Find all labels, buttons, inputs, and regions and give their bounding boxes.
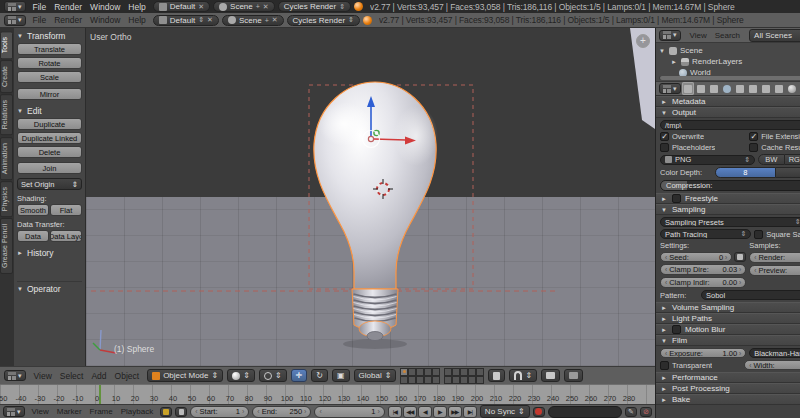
menu-window[interactable]: Window (86, 15, 124, 25)
menu-file[interactable]: File (29, 15, 51, 25)
menu-render[interactable]: Render (50, 2, 86, 12)
random-seed-button[interactable] (734, 252, 746, 262)
layer-toggle[interactable] (444, 376, 452, 384)
layer-toggle[interactable] (460, 376, 468, 384)
outliner-item-scene[interactable]: ▼Scene (659, 45, 800, 56)
layer-toggle[interactable] (432, 376, 440, 384)
join-button[interactable]: Join (17, 162, 82, 174)
layer-toggle[interactable] (476, 368, 484, 376)
mode-dropdown[interactable]: Object Mode⇕ (147, 369, 223, 382)
overwrite-checkbox[interactable]: ✓ (660, 132, 669, 141)
playback-button--[interactable]: ▶| (463, 406, 477, 418)
constraints-tab-icon[interactable] (747, 82, 759, 95)
menu-playback[interactable]: Playback (117, 407, 157, 416)
layer-toggle[interactable] (468, 368, 476, 376)
menu-help[interactable]: Help (124, 2, 149, 12)
scale-button[interactable]: Scale (17, 71, 82, 83)
set-origin-dropdown[interactable]: Set Origin⇕ (17, 178, 82, 190)
tool-tab-animation[interactable]: Animation (0, 137, 13, 180)
menu-view[interactable]: View (686, 31, 711, 40)
opengl-render-anim-button[interactable] (564, 369, 583, 382)
render-tab-icon[interactable] (682, 82, 694, 95)
sampling-presets-dropdown[interactable]: Sampling Presets⇕ (660, 217, 800, 227)
layer-toggle[interactable] (460, 368, 468, 376)
scene-tab-icon[interactable] (708, 82, 720, 95)
plus-icon[interactable]: + (256, 3, 260, 10)
file-format-dropdown[interactable]: PNG⇕ (660, 155, 755, 165)
layer-toggle[interactable] (424, 368, 432, 376)
output-panel-header[interactable]: ▼Output (656, 107, 800, 118)
history-panel-header[interactable]: ►History (17, 247, 82, 259)
layer-toggle[interactable] (476, 376, 484, 384)
data-button[interactable]: Data (17, 230, 49, 242)
lock-to-scene-toggle[interactable] (488, 369, 505, 382)
editor-type-button[interactable]: ▾ (3, 406, 25, 417)
preview-samples-field[interactable]: ‹Preview:100› (749, 265, 800, 276)
integrator-dropdown[interactable]: Path Tracing⇕ (660, 229, 751, 239)
menu-add[interactable]: Add (87, 371, 110, 381)
edit-panel-header[interactable]: ▼Edit (17, 105, 82, 117)
playback-button--[interactable]: ▶▶ (448, 406, 462, 418)
menu-search[interactable]: Search (711, 31, 744, 40)
data-layout-button[interactable]: Data Layo (50, 230, 82, 242)
region-expand-button[interactable]: + (636, 34, 650, 48)
close-icon[interactable]: ✕ (272, 16, 278, 24)
tool-tab-tools[interactable]: Tools (0, 31, 13, 59)
object-tab-icon[interactable] (734, 82, 746, 95)
current-frame-indicator[interactable] (99, 385, 101, 404)
shade-smooth-button[interactable]: Smooth (17, 204, 49, 216)
material-tab-icon[interactable] (786, 82, 798, 95)
layer-toggle[interactable] (408, 368, 416, 376)
freestyle-panel-header[interactable]: ►Freestyle:::: (656, 193, 800, 204)
light-bulb-object[interactable] (314, 82, 438, 341)
menu-help[interactable]: Help (124, 15, 149, 25)
menu-frame[interactable]: Frame (86, 407, 117, 416)
layer-toggle[interactable] (468, 376, 476, 384)
playback-button--[interactable]: ◀ (418, 406, 432, 418)
layer-toggle[interactable] (452, 376, 460, 384)
menu-view[interactable]: View (28, 407, 53, 416)
light-paths-panel-header[interactable]: ►Light Paths:::: (656, 313, 800, 324)
viewport-3d[interactable]: User Ortho (1) Sphere + (86, 28, 655, 366)
outliner-hscrollbar[interactable] (659, 76, 800, 80)
pixel-filter-dropdown[interactable]: Blackman-Harris⇕ (749, 348, 800, 358)
cache-result-checkbox[interactable] (749, 143, 758, 152)
menu-marker[interactable]: Marker (53, 407, 86, 416)
insert-keyframe-button[interactable]: ✎ (625, 407, 637, 417)
world-tab-icon[interactable] (721, 82, 733, 95)
operator-panel-header[interactable]: ▼Operator (17, 281, 82, 293)
screen-layout-selector[interactable]: Default✕ (153, 1, 210, 12)
transform-panel-header[interactable]: ▼Transform (17, 30, 82, 42)
close-icon[interactable]: ✕ (198, 3, 204, 11)
editor-type-button[interactable]: ▾ (659, 30, 681, 41)
color-depth-8[interactable]: 8 (715, 167, 776, 178)
freestyle-checkbox[interactable] (672, 194, 681, 203)
sync-mode-dropdown[interactable]: No Sync⇕ (480, 405, 530, 418)
color-mode-rgb[interactable]: RGB (785, 154, 800, 165)
render-samples-field[interactable]: ‹Render:1000› (749, 252, 800, 263)
motion-blur-checkbox[interactable] (672, 325, 681, 334)
close-icon[interactable]: ✕ (207, 16, 213, 24)
duplicate-linked-button[interactable]: Duplicate Linked (17, 132, 82, 144)
scene-selector[interactable]: Scene+✕ (213, 1, 275, 12)
expand-icon[interactable]: ► (671, 59, 678, 65)
placeholders-checkbox[interactable] (660, 143, 669, 152)
layer-toggle[interactable] (444, 368, 452, 376)
auto-keyframe-toggle[interactable] (533, 407, 545, 417)
manipulator-translate-toggle[interactable]: ✛ (291, 369, 308, 382)
transparent-checkbox[interactable] (660, 361, 669, 370)
opengl-render-button[interactable] (541, 369, 560, 382)
menu-file[interactable]: File (29, 2, 51, 12)
menu-render[interactable]: Render (50, 15, 86, 25)
end-frame-field[interactable]: ‹End:250› (252, 406, 311, 418)
start-frame-field[interactable]: ‹Start:1› (190, 406, 249, 418)
layer-toggle[interactable] (424, 376, 432, 384)
translate-button[interactable]: Translate (17, 43, 82, 55)
editor-type-button[interactable]: ▾ (4, 15, 26, 26)
tool-tab-relations[interactable]: Relations (0, 94, 13, 135)
delete-keyframe-button[interactable]: ⊘ (640, 407, 652, 417)
volume-sampling-panel-header[interactable]: ►Volume Sampling:::: (656, 302, 800, 313)
render-layers-tab-icon[interactable] (695, 82, 707, 95)
editor-type-button[interactable]: ▾ (659, 83, 681, 94)
lock-time-toggle[interactable] (175, 407, 187, 417)
